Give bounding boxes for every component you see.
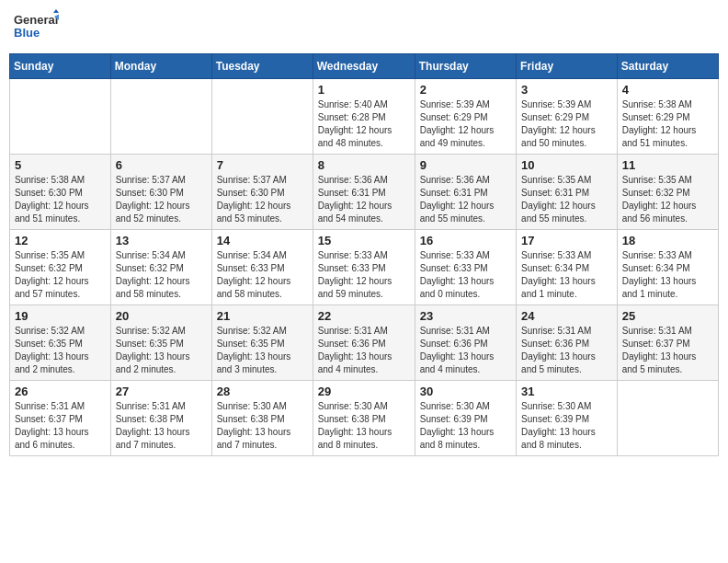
- day-number: 24: [521, 309, 612, 323]
- day-number: 18: [622, 234, 713, 247]
- day-info: Sunrise: 5:37 AMSunset: 6:30 PMDaylight:…: [116, 174, 207, 225]
- calendar-cell: 24Sunrise: 5:31 AMSunset: 6:36 PMDayligh…: [517, 305, 618, 381]
- calendar-cell: 21Sunrise: 5:32 AMSunset: 6:35 PMDayligh…: [211, 305, 313, 381]
- logo-graphic: General Blue: [13, 9, 59, 46]
- day-number: 1: [318, 83, 410, 97]
- day-number: 5: [15, 158, 106, 172]
- day-number: 31: [521, 385, 612, 398]
- calendar-cell: 19Sunrise: 5:32 AMSunset: 6:35 PMDayligh…: [10, 305, 111, 381]
- day-info: Sunrise: 5:39 AMSunset: 6:29 PMDaylight:…: [420, 98, 511, 150]
- calendar-cell: 26Sunrise: 5:31 AMSunset: 6:37 PMDayligh…: [10, 381, 111, 456]
- day-info: Sunrise: 5:38 AMSunset: 6:30 PMDaylight:…: [15, 174, 106, 225]
- calendar-cell: 28Sunrise: 5:30 AMSunset: 6:38 PMDayligh…: [211, 381, 313, 456]
- logo-svg: General Blue: [13, 9, 59, 46]
- page-header: General Blue: [9, 9, 719, 46]
- day-info: Sunrise: 5:31 AMSunset: 6:38 PMDaylight:…: [116, 400, 207, 452]
- calendar-cell: 1Sunrise: 5:40 AMSunset: 6:28 PMDaylight…: [313, 79, 415, 155]
- day-number: 10: [521, 158, 612, 172]
- day-info: Sunrise: 5:31 AMSunset: 6:36 PMDaylight:…: [521, 325, 612, 376]
- calendar-week-row: 26Sunrise: 5:31 AMSunset: 6:37 PMDayligh…: [10, 381, 719, 456]
- day-number: 14: [217, 234, 308, 247]
- calendar-cell: 13Sunrise: 5:34 AMSunset: 6:32 PMDayligh…: [110, 230, 211, 305]
- calendar-cell: 7Sunrise: 5:37 AMSunset: 6:30 PMDaylight…: [211, 155, 313, 230]
- calendar-cell: 22Sunrise: 5:31 AMSunset: 6:36 PMDayligh…: [313, 305, 415, 381]
- svg-text:General: General: [14, 13, 58, 27]
- day-number: 28: [217, 385, 308, 398]
- day-number: 20: [116, 309, 207, 323]
- day-number: 4: [622, 83, 713, 97]
- calendar-cell: 25Sunrise: 5:31 AMSunset: 6:37 PMDayligh…: [617, 305, 718, 381]
- day-number: 16: [420, 234, 511, 247]
- weekday-header: Monday: [110, 54, 211, 79]
- day-number: 6: [116, 158, 207, 172]
- calendar-cell: 23Sunrise: 5:31 AMSunset: 6:36 PMDayligh…: [415, 305, 516, 381]
- calendar-cell: 30Sunrise: 5:30 AMSunset: 6:39 PMDayligh…: [415, 381, 516, 456]
- weekday-header: Tuesday: [211, 54, 313, 79]
- day-info: Sunrise: 5:31 AMSunset: 6:37 PMDaylight:…: [15, 400, 106, 452]
- day-number: 7: [217, 158, 308, 172]
- calendar-cell: 17Sunrise: 5:33 AMSunset: 6:34 PMDayligh…: [517, 230, 618, 305]
- weekday-header: Saturday: [617, 54, 718, 79]
- day-info: Sunrise: 5:38 AMSunset: 6:29 PMDaylight:…: [622, 98, 713, 150]
- weekday-header-row: SundayMondayTuesdayWednesdayThursdayFrid…: [10, 54, 719, 79]
- calendar-cell: 29Sunrise: 5:30 AMSunset: 6:38 PMDayligh…: [313, 381, 415, 456]
- day-info: Sunrise: 5:36 AMSunset: 6:31 PMDaylight:…: [318, 174, 410, 225]
- calendar-cell: [10, 79, 111, 155]
- day-number: 23: [420, 309, 511, 323]
- day-info: Sunrise: 5:37 AMSunset: 6:30 PMDaylight:…: [217, 174, 308, 225]
- weekday-header: Sunday: [10, 54, 111, 79]
- day-number: 15: [318, 234, 410, 247]
- day-info: Sunrise: 5:40 AMSunset: 6:28 PMDaylight:…: [318, 98, 410, 150]
- calendar-week-row: 12Sunrise: 5:35 AMSunset: 6:32 PMDayligh…: [10, 230, 719, 305]
- day-info: Sunrise: 5:35 AMSunset: 6:31 PMDaylight:…: [521, 174, 612, 225]
- day-number: 13: [116, 234, 207, 247]
- day-info: Sunrise: 5:33 AMSunset: 6:33 PMDaylight:…: [318, 249, 410, 301]
- calendar-cell: 9Sunrise: 5:36 AMSunset: 6:31 PMDaylight…: [415, 155, 516, 230]
- day-number: 29: [318, 385, 410, 398]
- day-number: 25: [622, 309, 713, 323]
- calendar-cell: 11Sunrise: 5:35 AMSunset: 6:32 PMDayligh…: [617, 155, 718, 230]
- day-info: Sunrise: 5:34 AMSunset: 6:33 PMDaylight:…: [217, 249, 308, 301]
- calendar-cell: 20Sunrise: 5:32 AMSunset: 6:35 PMDayligh…: [110, 305, 211, 381]
- calendar-cell: [110, 79, 211, 155]
- logo: General Blue: [13, 9, 59, 46]
- day-info: Sunrise: 5:30 AMSunset: 6:38 PMDaylight:…: [318, 400, 410, 452]
- calendar-cell: 12Sunrise: 5:35 AMSunset: 6:32 PMDayligh…: [10, 230, 111, 305]
- day-info: Sunrise: 5:31 AMSunset: 6:36 PMDaylight:…: [318, 325, 410, 376]
- weekday-header: Wednesday: [313, 54, 415, 79]
- day-number: 11: [622, 158, 713, 172]
- calendar-cell: 18Sunrise: 5:33 AMSunset: 6:34 PMDayligh…: [617, 230, 718, 305]
- day-info: Sunrise: 5:33 AMSunset: 6:34 PMDaylight:…: [622, 249, 713, 301]
- day-info: Sunrise: 5:34 AMSunset: 6:32 PMDaylight:…: [116, 249, 207, 301]
- day-info: Sunrise: 5:30 AMSunset: 6:38 PMDaylight:…: [217, 400, 308, 452]
- day-number: 12: [15, 234, 106, 247]
- calendar-table: SundayMondayTuesdayWednesdayThursdayFrid…: [9, 53, 719, 456]
- day-number: 21: [217, 309, 308, 323]
- calendar-cell: 31Sunrise: 5:30 AMSunset: 6:39 PMDayligh…: [517, 381, 618, 456]
- day-info: Sunrise: 5:32 AMSunset: 6:35 PMDaylight:…: [217, 325, 308, 376]
- calendar-cell: 14Sunrise: 5:34 AMSunset: 6:33 PMDayligh…: [211, 230, 313, 305]
- day-number: 30: [420, 385, 511, 398]
- svg-text:Blue: Blue: [14, 26, 40, 40]
- day-info: Sunrise: 5:33 AMSunset: 6:34 PMDaylight:…: [521, 249, 612, 301]
- weekday-header: Friday: [517, 54, 618, 79]
- calendar-cell: 5Sunrise: 5:38 AMSunset: 6:30 PMDaylight…: [10, 155, 111, 230]
- day-number: 19: [15, 309, 106, 323]
- calendar-cell: 2Sunrise: 5:39 AMSunset: 6:29 PMDaylight…: [415, 79, 516, 155]
- weekday-header: Thursday: [415, 54, 516, 79]
- calendar-cell: 27Sunrise: 5:31 AMSunset: 6:38 PMDayligh…: [110, 381, 211, 456]
- calendar-cell: 4Sunrise: 5:38 AMSunset: 6:29 PMDaylight…: [617, 79, 718, 155]
- calendar-week-row: 19Sunrise: 5:32 AMSunset: 6:35 PMDayligh…: [10, 305, 719, 381]
- day-number: 26: [15, 385, 106, 398]
- day-info: Sunrise: 5:39 AMSunset: 6:29 PMDaylight:…: [521, 98, 612, 150]
- calendar-cell: 3Sunrise: 5:39 AMSunset: 6:29 PMDaylight…: [517, 79, 618, 155]
- day-info: Sunrise: 5:35 AMSunset: 6:32 PMDaylight:…: [15, 249, 106, 301]
- day-number: 27: [116, 385, 207, 398]
- day-info: Sunrise: 5:31 AMSunset: 6:36 PMDaylight:…: [420, 325, 511, 376]
- day-info: Sunrise: 5:35 AMSunset: 6:32 PMDaylight:…: [622, 174, 713, 225]
- calendar-week-row: 1Sunrise: 5:40 AMSunset: 6:28 PMDaylight…: [10, 79, 719, 155]
- day-info: Sunrise: 5:31 AMSunset: 6:37 PMDaylight:…: [622, 325, 713, 376]
- day-info: Sunrise: 5:32 AMSunset: 6:35 PMDaylight:…: [116, 325, 207, 376]
- calendar-cell: [211, 79, 313, 155]
- day-info: Sunrise: 5:32 AMSunset: 6:35 PMDaylight:…: [15, 325, 106, 376]
